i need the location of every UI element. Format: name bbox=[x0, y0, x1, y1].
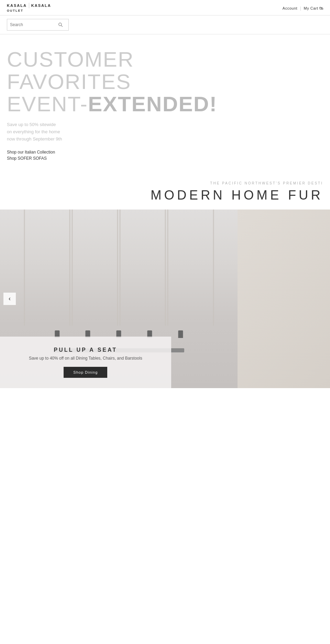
header-nav: Account | My Cart 🛍 bbox=[283, 6, 323, 11]
logo-kasala-secondary[interactable]: KASALA bbox=[31, 3, 51, 8]
hero-italian-link[interactable]: Shop our Italian Collection bbox=[7, 150, 323, 155]
svg-point-0 bbox=[59, 23, 62, 26]
hero-subtext: Save up to 50% sitewide on everything fo… bbox=[7, 121, 82, 143]
hero-subtext1: Save up to 50% sitewide bbox=[7, 122, 56, 127]
carousel-slide-title: PULL UP A SEAT bbox=[7, 347, 164, 353]
carousel-slide-subtitle: Save up to 40% off on all Dining Tables,… bbox=[7, 356, 164, 361]
logo-divider bbox=[29, 3, 29, 8]
hero-line1: CUSTOMER bbox=[7, 47, 134, 71]
search-button[interactable] bbox=[58, 22, 63, 27]
mid-section: THE PACIFIC NORTHWEST'S PREMIER DESTI MO… bbox=[0, 168, 330, 210]
search-icon bbox=[58, 22, 63, 27]
carousel-caption: PULL UP A SEAT Save up to 40% off on all… bbox=[0, 337, 171, 388]
hero-subtext3: now through September 9th bbox=[7, 136, 62, 142]
side-image bbox=[238, 210, 330, 388]
cart-link[interactable]: My Cart 🛍 bbox=[304, 6, 323, 11]
left-arrow-icon: ‹ bbox=[9, 295, 11, 302]
account-link[interactable]: Account bbox=[283, 6, 297, 10]
hero-subtext2: on everything for the home bbox=[7, 129, 60, 134]
outlet-label[interactable]: OUTLET bbox=[7, 8, 51, 14]
window-pane-3 bbox=[120, 210, 166, 326]
carousel-main-slide: PULL UP A SEAT Save up to 40% off on all… bbox=[0, 210, 238, 388]
window-pane-1 bbox=[24, 210, 70, 326]
hero-headline: CUSTOMER FAVORITES EVENT-EXTENDED! bbox=[7, 48, 323, 115]
carousel-section: PULL UP A SEAT Save up to 40% off on all… bbox=[0, 210, 330, 388]
search-input-wrap bbox=[7, 19, 69, 31]
shop-dining-button[interactable]: Shop Dining bbox=[64, 367, 107, 378]
cart-icon: 🛍 bbox=[319, 6, 323, 11]
hero-banner: CUSTOMER FAVORITES EVENT-EXTENDED! Save … bbox=[0, 34, 330, 168]
window-pane-2 bbox=[72, 210, 118, 326]
search-input[interactable] bbox=[10, 22, 58, 27]
svg-line-1 bbox=[61, 25, 63, 27]
hero-sofer-link[interactable]: Shop SOFER SOFAS bbox=[7, 156, 323, 161]
logo-kasala-main[interactable]: KASALA bbox=[7, 3, 27, 8]
mid-title: MODERN HOME FUR bbox=[7, 188, 323, 203]
carousel-side-slide bbox=[238, 210, 330, 388]
hero-line3-bold: EXTENDED! bbox=[88, 92, 217, 116]
mid-subtitle: THE PACIFIC NORTHWEST'S PREMIER DESTI bbox=[7, 181, 323, 185]
window-decoration bbox=[24, 210, 214, 326]
hero-line2: FAVORITES bbox=[7, 70, 131, 93]
cart-label: My Cart bbox=[304, 6, 318, 10]
site-header: KASALA KASALA OUTLET Account | My Cart 🛍 bbox=[0, 0, 330, 15]
carousel-track: PULL UP A SEAT Save up to 40% off on all… bbox=[0, 210, 330, 388]
bottom-spacer bbox=[0, 388, 330, 629]
hero-links: Shop our Italian Collection Shop SOFER S… bbox=[7, 150, 323, 161]
logo-area: KASALA KASALA OUTLET bbox=[7, 3, 51, 14]
carousel-prev-button[interactable]: ‹ bbox=[3, 293, 16, 305]
chair-5 bbox=[178, 330, 183, 338]
window-pane-4 bbox=[167, 210, 214, 326]
hero-line3-normal: EVENT- bbox=[7, 92, 88, 116]
nav-separator: | bbox=[300, 6, 301, 11]
search-bar-container bbox=[0, 15, 330, 34]
